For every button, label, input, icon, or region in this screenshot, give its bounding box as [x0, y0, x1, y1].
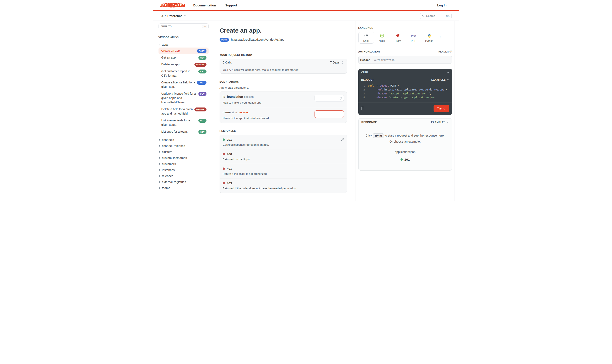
authorization-input[interactable]: Authorization: [372, 56, 452, 64]
sidebar-group-channelReleases[interactable]: channelReleases: [159, 143, 209, 149]
sidebar-group-clusters[interactable]: clusters: [159, 149, 209, 155]
sidebar-collapsed-groups: channelschannelReleasesclusterscustomHos…: [159, 137, 209, 191]
search-input[interactable]: Search ⌘K: [420, 13, 452, 19]
response-example-201[interactable]: 201: [364, 158, 447, 161]
sidebar-group-channels[interactable]: channels: [159, 137, 209, 143]
sidebar-item-label: Get customer report in CSV format.: [162, 69, 197, 78]
sidebar-item[interactable]: Create a license field for a given app.P…: [159, 79, 209, 90]
php-icon-wrap: php: [411, 33, 416, 38]
sidebar-item[interactable]: Delete a field for a given app and named…: [159, 106, 209, 117]
sidebar-section-label: VENDOR API V3: [159, 36, 209, 39]
response-row-403[interactable]: 403Returned if the caller does not have …: [220, 178, 347, 193]
response-panel: RESPONSE EXAMPLES ClickTry It!to start a…: [358, 118, 452, 170]
sidebar-group-apps-toggle[interactable]: apps: [159, 42, 209, 47]
language-tab-ruby[interactable]: Ruby: [390, 32, 406, 44]
sidebar-group-teams[interactable]: teams: [159, 185, 209, 191]
sidebar-group-releases[interactable]: releases: [159, 173, 209, 179]
response-row-201[interactable]: 201GetAppResponse represents an app.: [220, 135, 347, 149]
code-token-cmd: curl: [368, 84, 375, 87]
sidebar-item[interactable]: Delete an app.DELETE: [159, 61, 209, 68]
response-row-400[interactable]: 400Returned on bad input: [220, 149, 347, 164]
language-heading: LANGUAGE: [358, 26, 452, 29]
sidebar-item-label: Create an app.: [162, 49, 195, 53]
sidebar-endpoint-list: Create an app.POSTGet an app.GETDelete a…: [159, 48, 209, 135]
name-input[interactable]: [314, 110, 344, 118]
language-tab-label: PHP: [411, 39, 416, 42]
code-token-plain: \: [444, 88, 447, 91]
api-reference-dropdown[interactable]: API Reference: [162, 14, 186, 18]
log-in-link[interactable]: Log In: [437, 3, 447, 7]
api-reference-title: API Reference: [162, 14, 183, 18]
response-panel-title: RESPONSE: [361, 121, 377, 124]
expand-icon[interactable]: [341, 138, 344, 141]
sidebar-group-label: externalRegistries: [162, 180, 186, 184]
sidebar-item-label: List apps for a team.: [162, 130, 197, 134]
status-dot-error: [223, 168, 225, 170]
response-row-401[interactable]: 401Return if the caller is not authorize…: [220, 164, 347, 178]
body-params-card: is_foundationbooleanFlag to make a Found…: [219, 91, 347, 123]
more-languages-menu[interactable]: ⋮: [437, 32, 444, 44]
status-dot-error: [223, 182, 225, 184]
language-tab-php[interactable]: phpPHP: [406, 32, 422, 44]
method-badge-put: PUT: [198, 92, 206, 96]
language-tab-shell[interactable]: Shell: [358, 32, 374, 44]
sidebar-item[interactable]: Update a license field for a given appId…: [159, 91, 209, 106]
language-tab-python[interactable]: Python: [422, 32, 437, 44]
sidebar-group-label: customers: [162, 162, 176, 166]
chevron-right-icon: [159, 157, 161, 159]
language-selector: ShellJSNodeRubyphpPHPPython⋮: [358, 32, 452, 44]
nav-link-documentation[interactable]: Documentation: [193, 3, 216, 7]
param-required-flag: required: [239, 111, 249, 114]
info-icon[interactable]: ⓘ: [449, 50, 452, 53]
sidebar-group-customHostnames[interactable]: customHostnames: [159, 155, 209, 161]
search-icon: [422, 14, 425, 17]
sidebar-group-customers[interactable]: customers: [159, 161, 209, 167]
sidebar-group-apps: apps Create an app.POSTGet an app.GETDel…: [159, 42, 209, 135]
sidebar-item[interactable]: Create an app.POST: [159, 48, 209, 54]
request-history-range-select[interactable]: 7 Days: [330, 61, 344, 64]
response-panel-body: ClickTry It!to start a request and see t…: [359, 126, 452, 170]
sidebar-item[interactable]: List license fields for a given appId.GE…: [159, 117, 209, 128]
nav-link-support[interactable]: Support: [225, 3, 237, 7]
chevron-down-icon: [184, 15, 186, 17]
code-tokens: --url https://api.replicated.com/vendor/…: [368, 88, 448, 92]
curl-code-block[interactable]: 1curl --request POST \2 --url https://ap…: [358, 82, 452, 103]
sidebar-group-externalRegistries[interactable]: externalRegistries: [159, 179, 209, 185]
copy-clipboard-icon[interactable]: [361, 106, 364, 110]
replicated-logo[interactable]: REPLICATED: [160, 3, 185, 7]
sidebar-item[interactable]: List apps for a team.GET: [159, 129, 209, 135]
code-token-flag: --url: [375, 88, 383, 91]
param-name: is_foundation: [223, 95, 243, 98]
is_foundation-select[interactable]: [314, 95, 344, 102]
logo-letter: E: [180, 3, 182, 7]
logo-letter: T: [177, 3, 180, 7]
sidebar-group-instances[interactable]: instances: [159, 167, 209, 173]
jump-to-input[interactable]: JUMP TO ⌘/: [159, 24, 209, 29]
sidebar-item[interactable]: Get customer report in CSV format.GET: [159, 68, 209, 79]
try-it-keycap[interactable]: Try It!: [373, 133, 384, 138]
sidebar-item[interactable]: Get an app.GET: [159, 54, 209, 61]
python-icon-wrap: [427, 33, 432, 38]
param-description: Name of the app that is to be created.: [223, 117, 310, 120]
code-tokens: curl --request POST \: [368, 84, 399, 88]
code-tokens: --header 'accept: application/json' \: [368, 92, 431, 96]
curl-panel-header[interactable]: CURL: [358, 69, 452, 76]
line-number: 2: [361, 88, 365, 92]
request-examples-dropdown[interactable]: EXAMPLES: [431, 78, 449, 81]
subheader: API Reference Search ⌘K: [153, 11, 459, 21]
language-tab-node[interactable]: JSNode: [374, 32, 390, 44]
sidebar-item-label: Update a license field for a given appId…: [162, 91, 197, 104]
method-badge-get: GET: [198, 69, 206, 74]
response-code-line: 400: [223, 152, 344, 156]
sidebar: JUMP TO ⌘/ VENDOR API V3 apps Create an …: [153, 21, 213, 201]
php-icon: php: [411, 34, 416, 37]
code-token-plain: POST \: [389, 84, 399, 87]
try-it-button[interactable]: Try It!: [434, 105, 449, 112]
chevron-right-icon: [159, 139, 161, 141]
request-history-range-value: 7 Days: [330, 61, 340, 64]
response-examples-dropdown[interactable]: EXAMPLES: [431, 121, 449, 124]
response-code-line: 403: [223, 181, 344, 185]
code-token-flag: --header: [375, 92, 387, 95]
response-description: Returned if the caller does not have the…: [223, 187, 344, 190]
response-code: 401: [227, 167, 232, 170]
